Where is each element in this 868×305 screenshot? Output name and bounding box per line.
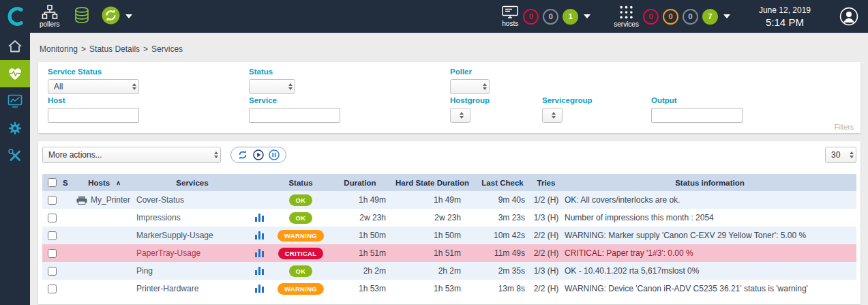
services-unknown-counter[interactable]: 0: [683, 9, 698, 25]
home-icon: [8, 40, 23, 53]
host-link[interactable]: My_Printer: [91, 195, 130, 205]
chevron-down-icon[interactable]: [723, 14, 730, 18]
chevron-down-icon[interactable]: [584, 14, 590, 18]
row-checkbox[interactable]: [48, 214, 57, 222]
tries-cell: 2/2 (H): [529, 280, 563, 297]
status-badge: WARNING: [278, 283, 324, 295]
sidebar-item-reporting[interactable]: [0, 87, 30, 115]
servicegroup-label: Servicegroup: [542, 96, 593, 104]
centreon-logo[interactable]: [0, 0, 30, 33]
row-checkbox[interactable]: [48, 196, 57, 205]
service-link[interactable]: PaperTray-Usage: [136, 248, 200, 258]
col-hosts[interactable]: Hosts∧: [75, 174, 134, 191]
hard-state-duration-cell: 1h 51m: [389, 244, 476, 262]
breadcrumb-monitoring[interactable]: Monitoring: [40, 44, 78, 54]
col-status[interactable]: Status: [270, 174, 331, 191]
services-warning-counter[interactable]: 0: [663, 9, 678, 25]
tries-cell: 1/3 (H): [529, 209, 563, 227]
row-checkbox[interactable]: [48, 231, 57, 240]
filter-output: Output: [651, 96, 743, 123]
graph-icon[interactable]: [255, 285, 265, 293]
current-time: 5:14 PM: [759, 16, 811, 28]
filter-service: Service: [249, 96, 340, 123]
database-icon: [73, 6, 91, 25]
services-critical-counter[interactable]: 0: [643, 9, 659, 25]
col-hard-state-duration[interactable]: Hard State Duration: [389, 174, 476, 191]
status-information-cell: WARNING: Device 'Canon iR-ADV C5235 36.2…: [563, 280, 856, 297]
service-link[interactable]: MarkerSupply-Usage: [136, 231, 213, 240]
select-all-checkbox[interactable]: [48, 178, 57, 187]
service-status-select[interactable]: All: [48, 79, 139, 94]
hosts-menu: hosts: [501, 5, 519, 27]
graph-icon[interactable]: [255, 214, 265, 222]
user-profile-button[interactable]: [839, 7, 858, 26]
services-ok-counter[interactable]: 7: [702, 9, 718, 25]
services-table: S Hosts∧ Services Status Duration Hard S…: [42, 174, 856, 297]
service-input[interactable]: [249, 108, 340, 123]
last-check-cell: 10m 42s: [476, 227, 529, 244]
poller-sync-status[interactable]: [102, 6, 120, 27]
pollers-menu[interactable]: pollers: [40, 5, 59, 28]
graph-icon[interactable]: [255, 267, 265, 275]
filter-service-status: Service Status All: [48, 68, 139, 94]
sidebar: [0, 33, 30, 305]
poller-select[interactable]: [450, 79, 490, 94]
status-badge: OK: [289, 212, 313, 224]
sidebar-item-configuration[interactable]: [0, 115, 30, 142]
graph-icon[interactable]: [255, 231, 265, 239]
servicegroup-select[interactable]: [542, 108, 563, 123]
services-status-group: services 0 0 0 7: [614, 5, 730, 28]
select-arrows-icon: [850, 151, 854, 158]
col-duration[interactable]: Duration: [331, 174, 389, 191]
col-status-information[interactable]: Status information: [563, 174, 856, 191]
database-status[interactable]: [73, 6, 91, 27]
hosts-unknown-counter[interactable]: 0: [543, 9, 558, 25]
breadcrumb-status-details[interactable]: Status Details: [89, 44, 140, 54]
col-hosts-label: Hosts: [88, 179, 110, 187]
graph-icon[interactable]: [255, 249, 265, 257]
hosts-critical-counter[interactable]: 0: [523, 9, 539, 25]
services-menu: services: [614, 5, 639, 28]
status-information-cell: OK - 10.40.1.202 rta 5,617mslost 0%: [563, 262, 856, 280]
select-arrows-icon: [460, 112, 464, 119]
pause-button[interactable]: [269, 149, 280, 160]
hostgroup-select[interactable]: [450, 108, 470, 123]
duration-cell: 1h 51m: [331, 244, 389, 262]
play-button[interactable]: [253, 149, 264, 160]
row-checkbox[interactable]: [48, 249, 57, 258]
more-actions-select[interactable]: More actions...: [42, 147, 221, 163]
breadcrumb-services[interactable]: Services: [151, 44, 183, 54]
service-link[interactable]: Printer-Hardware: [136, 284, 198, 293]
select-arrows-icon: [552, 112, 556, 119]
sidebar-item-monitoring[interactable]: [0, 60, 30, 87]
refresh-button[interactable]: [237, 149, 248, 160]
chevron-down-icon[interactable]: [125, 14, 132, 18]
host-label: Host: [48, 96, 139, 104]
row-checkbox[interactable]: [48, 267, 57, 276]
output-input[interactable]: [651, 108, 743, 123]
poller-label: Poller: [450, 68, 490, 76]
duration-cell: 1h 50m: [331, 227, 389, 244]
col-last-check[interactable]: Last Check: [476, 174, 529, 191]
sidebar-item-home[interactable]: [0, 33, 30, 60]
col-severity[interactable]: S: [61, 174, 75, 191]
select-arrows-icon: [483, 83, 487, 90]
status-select[interactable]: [249, 79, 295, 94]
service-link[interactable]: Cover-Status: [136, 195, 184, 205]
last-check-cell: 11m 49s: [476, 244, 529, 262]
table-row: My_Printer Cover-Status OK 1h 49m 1h 49m…: [42, 191, 856, 209]
services-icon: [618, 5, 634, 20]
pollers-label: pollers: [40, 20, 59, 28]
sync-ok-icon: [102, 6, 120, 25]
col-services[interactable]: Services: [134, 174, 251, 191]
row-checkbox[interactable]: [48, 285, 57, 293]
host-input[interactable]: [48, 108, 139, 123]
service-link[interactable]: Impressions: [136, 213, 181, 222]
service-link[interactable]: Ping: [136, 266, 153, 276]
page-size-select[interactable]: 30: [825, 147, 856, 163]
sidebar-item-administration[interactable]: [0, 142, 30, 169]
hosts-ok-counter[interactable]: 1: [563, 9, 578, 25]
chart-icon: [8, 94, 23, 108]
col-tries[interactable]: Tries: [529, 174, 563, 191]
datetime-display: June 12, 2019 5:14 PM: [759, 5, 811, 28]
